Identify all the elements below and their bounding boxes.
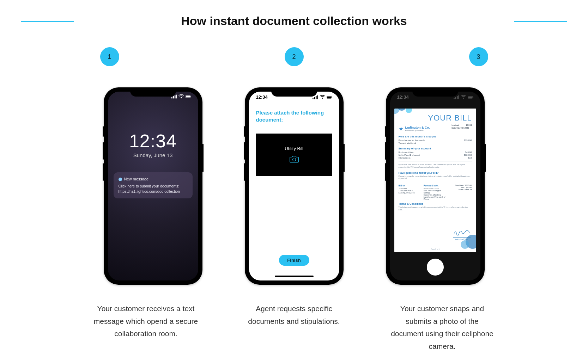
svg-rect-0 [171,97,172,99]
bill-terms-text: This balance will appear as a bill in yo… [399,206,472,211]
bill-tagline: Phones for your fams [405,129,430,131]
phone-mockup-3: 12:34 YOUR BILL [386,87,485,285]
battery-icon [327,95,332,99]
bill-company-name: Ludington & Co. [405,126,430,129]
step-badge-3: 3 [469,47,488,66]
wifi-icon [461,95,466,99]
status-icons [454,94,473,100]
wifi-icon [320,95,325,99]
svg-rect-9 [315,96,316,99]
step-connector [314,57,459,57]
svg-rect-2 [174,95,175,98]
bill-footer-columns: Bill to: Jane Doe 123 South Ave N. Lansi… [399,184,472,200]
phone-mockup-1: 12:34 Sunday, June 13 New message Click … [104,87,202,285]
home-indicator [275,276,314,277]
phone-notch [271,87,317,97]
svg-rect-6 [190,96,191,97]
svg-rect-18 [458,95,459,99]
bill-questions-text: Please turn over for more details or vis… [399,175,472,180]
captions-row: Your customer receives a text message wh… [21,302,567,353]
document-upload-box[interactable]: Utility Bill [256,134,332,176]
svg-rect-10 [317,95,318,99]
sms-notification[interactable]: New message Click here to submit your do… [114,172,193,198]
bill-section-heading: Terms & Conditions [399,202,472,205]
svg-rect-13 [332,97,332,98]
phone-mockup-2: 12:34 Please attach the following docume… [245,87,344,285]
company-logo-icon [399,127,404,131]
step-caption-1: Your customer receives a text message wh… [93,302,199,353]
bill-page-number: Page 1 of 1 [394,248,476,250]
step-indicator: 1 2 3 [100,47,488,66]
message-app-icon [119,178,122,181]
notification-header: New message [119,177,188,182]
bill-fine-print: By the due date above, to avoid late fee… [399,164,472,168]
svg-rect-3 [176,95,177,99]
battery-icon [186,94,191,99]
svg-rect-16 [455,97,456,99]
step-connector [130,57,274,57]
camera-shutter-button[interactable] [427,259,444,276]
phone-screen-collection: 12:34 Please attach the following docume… [249,92,339,280]
bill-section-heading: Have questions about your bill? [399,171,472,174]
svg-rect-7 [313,98,314,99]
notification-link[interactable]: https://na1.lightico.com/doc-collection [119,189,188,194]
svg-point-24 [406,109,412,113]
finish-button[interactable]: Finish [279,255,309,266]
lock-screen-date: Sunday, June 13 [108,152,198,158]
page-title: How instant document collection works [21,14,567,28]
svg-point-26 [461,240,469,249]
status-icons [171,94,191,99]
phone-row: 12:34 Sunday, June 13 New message Click … [21,87,567,285]
phone-screen-lockscreen: 12:34 Sunday, June 13 New message Click … [108,92,198,280]
step-caption-2: Agent requests specific documents and st… [241,302,347,353]
step-badge-2: 2 [285,47,304,66]
bill-meta: Invoice# 20193 Date 01 / 03 / 2020 [451,124,472,129]
signature-icon [453,228,471,237]
camera-icon [289,155,299,163]
lock-screen-clock: 12:34 Sunday, June 13 [108,130,198,158]
attach-instruction: Please attach the following document: [256,109,332,124]
svg-rect-20 [468,96,472,98]
bill-section-heading: Summary of your account [399,147,472,150]
document-type-label: Utility Bill [285,146,303,151]
step-caption-3: Your customer snaps and submits a photo … [389,302,495,353]
bill-signature: Authorized Sign [453,228,471,240]
battery-icon [468,95,473,99]
svg-rect-8 [314,97,315,99]
phone-notch [412,87,458,97]
phone-screen-camera: 12:34 YOUR BILL [390,92,480,280]
svg-rect-5 [186,96,190,98]
status-icons [313,94,332,100]
lock-screen-time: 12:34 [108,130,198,152]
status-time: 12:34 [256,94,268,100]
wifi-icon [178,94,184,99]
step-badge-1: 1 [100,47,119,66]
captured-bill-document: YOUR BILL Ludington & Co. Phones for you… [394,109,476,252]
notification-line: Click here to submit your documents: [119,184,188,189]
bill-decoration-top [394,109,418,121]
phone-notch [130,87,176,97]
notification-title: New message [124,177,149,182]
bill-section-heading: Here are this month's charges [399,135,472,138]
svg-rect-21 [473,97,473,98]
svg-rect-15 [454,98,455,99]
svg-rect-12 [327,96,331,98]
svg-point-14 [292,158,296,161]
svg-rect-17 [456,96,457,99]
svg-rect-1 [173,96,174,98]
status-time: 12:34 [397,94,409,100]
